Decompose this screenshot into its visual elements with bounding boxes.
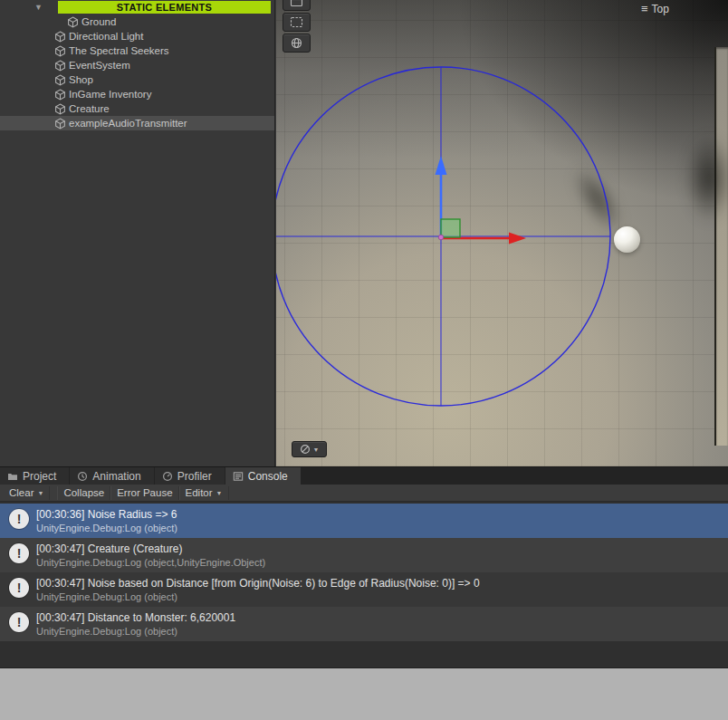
gameobject-cube-icon bbox=[67, 16, 79, 28]
hierarchy-row-static-elements[interactable]: ▼ STATIC ELEMENTS bbox=[0, 0, 274, 14]
hierarchy-item-label: EventSystem bbox=[69, 60, 130, 71]
console-toolbar: Clear ▼ Collapse Error Pause Editor ▼ bbox=[0, 485, 728, 502]
hierarchy-item-directional-light[interactable]: Directional Light bbox=[0, 29, 274, 43]
gauge-icon bbox=[162, 471, 173, 482]
hierarchy-item-ingame-inventory[interactable]: InGame Inventory bbox=[0, 87, 274, 101]
log-text: [00:30:47] Distance to Monster: 6,620001… bbox=[36, 611, 235, 638]
error-pause-button-label: Error Pause bbox=[117, 487, 172, 498]
gameobject-cube-icon bbox=[54, 45, 66, 57]
editor-dropdown-button[interactable]: Editor ▼ bbox=[179, 486, 229, 500]
hierarchy-item-label: InGame Inventory bbox=[69, 89, 151, 100]
chevron-down-icon: ▼ bbox=[313, 446, 320, 453]
x-axis-arrowhead bbox=[509, 233, 526, 245]
console-list-icon bbox=[233, 471, 244, 482]
tab-animation[interactable]: Animation bbox=[70, 467, 153, 485]
collapse-button-label: Collapse bbox=[63, 487, 104, 498]
log-message-icon: ! bbox=[9, 612, 29, 632]
gizmo-center-handle bbox=[438, 235, 444, 240]
log-message-icon: ! bbox=[9, 509, 29, 529]
log-message-icon: ! bbox=[9, 543, 29, 563]
orientation-label: Top bbox=[652, 3, 669, 15]
hierarchy-item-label: Shop bbox=[69, 74, 93, 85]
tab-label: Animation bbox=[92, 470, 140, 483]
log-stacktrace: UnityEngine.Debug:Log (object) bbox=[36, 626, 235, 638]
log-message: [00:30:36] Noise Radius => 6 bbox=[36, 508, 177, 521]
log-message: [00:30:47] Distance to Monster: 6,620001 bbox=[36, 611, 235, 624]
log-entry[interactable]: ! [00:30:47] Creature (Creature) UnityEn… bbox=[0, 538, 728, 572]
chevron-down-icon: ▼ bbox=[216, 490, 223, 496]
tab-label: Profiler bbox=[177, 470, 212, 483]
unity-editor-window: ▼ STATIC ELEMENTS Ground Directional Lig… bbox=[0, 0, 728, 720]
scene-tool-sphere-button[interactable] bbox=[283, 34, 311, 53]
log-text: [00:30:47] Creature (Creature) UnityEngi… bbox=[36, 542, 265, 569]
hierarchy-item-shop[interactable]: Shop bbox=[0, 72, 274, 87]
clear-button[interactable]: Clear ▼ bbox=[4, 486, 50, 500]
log-message: [00:30:47] Noise based on Distance [from… bbox=[36, 577, 480, 590]
log-message: [00:30:47] Creature (Creature) bbox=[36, 542, 265, 555]
error-pause-button[interactable]: Error Pause bbox=[110, 486, 178, 500]
hierarchy-item-creature[interactable]: Creature bbox=[0, 101, 274, 116]
hierarchy-item-exampleaudiotransmitter[interactable]: exampleAudioTransmitter bbox=[0, 116, 274, 130]
log-entry[interactable]: ! [00:30:36] Noise Radius => 6 UnityEngi… bbox=[0, 504, 728, 538]
tab-project[interactable]: Project bbox=[0, 467, 69, 485]
hierarchy-item-label: exampleAudioTransmitter bbox=[69, 118, 187, 129]
static-elements-header[interactable]: STATIC ELEMENTS bbox=[58, 1, 271, 14]
tab-label: Console bbox=[248, 470, 288, 483]
log-stacktrace: UnityEngine.Debug:Log (object) bbox=[36, 591, 480, 603]
hierarchy-item-label: Ground bbox=[81, 16, 116, 27]
bottom-tab-bar: Project Animation Profiler Console bbox=[0, 466, 728, 485]
hierarchy-panel: ▼ STATIC ELEMENTS Ground Directional Lig… bbox=[0, 0, 275, 466]
hierarchy-item-ground[interactable]: Ground bbox=[0, 14, 274, 29]
hierarchy-item-label: The Spectral Seekers bbox=[69, 45, 169, 56]
console-detail-pane[interactable] bbox=[0, 667, 728, 720]
gameobject-cube-icon bbox=[54, 89, 66, 101]
hierarchy-item-label: Creature bbox=[69, 103, 110, 114]
log-text: [00:30:36] Noise Radius => 6 UnityEngine… bbox=[36, 508, 177, 534]
log-entry[interactable]: ! [00:30:47] Distance to Monster: 6,6200… bbox=[0, 607, 728, 641]
editor-button-label: Editor bbox=[186, 487, 213, 498]
folder-icon bbox=[7, 471, 18, 482]
collapse-button[interactable]: Collapse bbox=[57, 486, 110, 500]
gameobject-cube-icon bbox=[54, 118, 66, 130]
console-log-list: ! [00:30:36] Noise Radius => 6 UnityEngi… bbox=[0, 502, 728, 667]
hierarchy-item-the-spectral-seekers[interactable]: The Spectral Seekers bbox=[0, 43, 274, 58]
selected-object-bounds bbox=[441, 219, 460, 237]
clear-button-label: Clear bbox=[9, 487, 34, 498]
log-text: [00:30:47] Noise based on Distance [from… bbox=[36, 577, 480, 603]
hierarchy-item-label: Directional Light bbox=[69, 31, 143, 42]
log-stacktrace: UnityEngine.Debug:Log (object,UnityEngin… bbox=[36, 557, 265, 569]
gameobject-cube-icon bbox=[54, 31, 66, 43]
noise-radius-gizmo-overlay[interactable] bbox=[276, 0, 728, 466]
hierarchy-item-eventsystem[interactable]: EventSystem bbox=[0, 58, 274, 72]
gizmo-circle-slash-icon bbox=[300, 444, 311, 455]
gameobject-cube-icon bbox=[54, 60, 66, 72]
scene-orientation-control[interactable]: ≡ Top bbox=[641, 3, 669, 15]
foldout-arrow-icon[interactable]: ▼ bbox=[34, 1, 43, 14]
clock-icon bbox=[77, 471, 88, 482]
log-stacktrace: UnityEngine.Debug:Log (object) bbox=[36, 523, 177, 534]
scene-view[interactable]: ≡ Top ▼ bbox=[276, 0, 728, 466]
gameobject-cube-icon bbox=[54, 103, 66, 115]
log-message-icon: ! bbox=[9, 578, 29, 598]
gizmos-dropdown-button[interactable]: ▼ bbox=[292, 441, 327, 457]
scene-tool-window-button[interactable] bbox=[283, 0, 311, 11]
scene-tool-buttons bbox=[283, 0, 311, 53]
orientation-menu-icon: ≡ bbox=[641, 4, 648, 14]
tab-console[interactable]: Console bbox=[225, 467, 301, 485]
scene-tool-rect-select-button[interactable] bbox=[283, 13, 311, 32]
log-entry[interactable]: ! [00:30:47] Noise based on Distance [fr… bbox=[0, 572, 728, 607]
gameobject-cube-icon bbox=[54, 74, 66, 86]
tab-label: Project bbox=[23, 470, 56, 483]
y-axis-arrowhead bbox=[436, 156, 447, 175]
chevron-down-icon: ▼ bbox=[37, 490, 43, 496]
tab-profiler[interactable]: Profiler bbox=[155, 467, 225, 485]
